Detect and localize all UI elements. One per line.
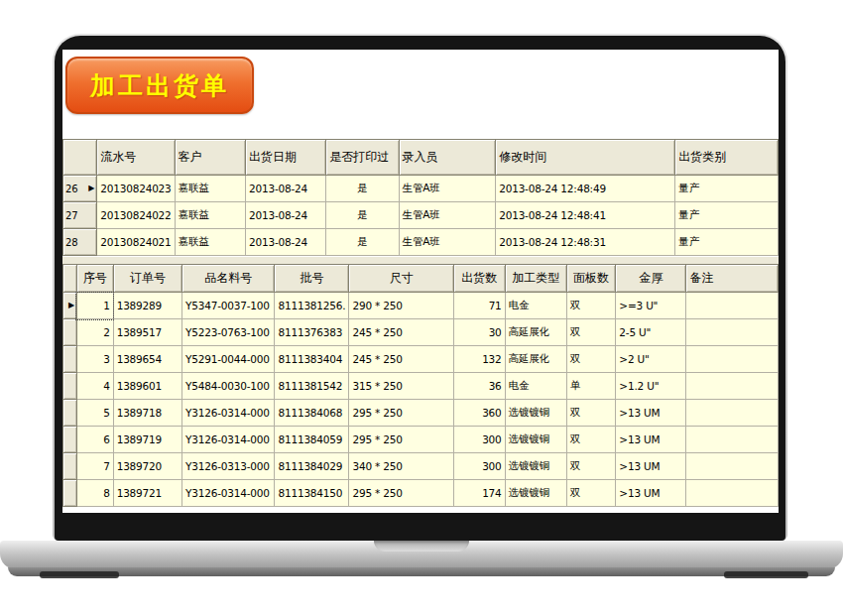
column-header-panel-count[interactable]: 面板数 [566, 265, 616, 293]
cell-printed[interactable]: 是 [326, 202, 399, 229]
process-shipment-button[interactable]: 加工出货单 [65, 57, 254, 114]
orders-row-selector[interactable]: 27 [63, 202, 97, 229]
cell-panel-count[interactable]: 单 [566, 373, 616, 400]
cell-process-type[interactable]: 选镀镀铜 [505, 427, 566, 453]
cell-ship-date[interactable]: 2013-08-24 [246, 229, 326, 256]
cell-serial-no[interactable]: 20130824023 [97, 176, 175, 202]
cell-modified-time[interactable]: 2013-08-24 12:48:49 [496, 176, 675, 202]
cell-gold-thickness[interactable]: >13 UM [616, 427, 686, 453]
column-header-modified-time[interactable]: 修改时间 [496, 140, 675, 176]
cell-entry-clerk[interactable]: 生管A班 [399, 229, 496, 256]
cell-panel-count[interactable]: 双 [566, 293, 616, 319]
column-header-process-type[interactable]: 加工类型 [505, 265, 566, 293]
detail-row-selector[interactable] [63, 453, 77, 480]
column-header-size[interactable]: 尺寸 [349, 265, 454, 293]
cell-process-type[interactable]: 电金 [505, 293, 566, 319]
cell-size[interactable]: 245 * 250 [349, 319, 454, 346]
cell-ship-qty[interactable]: 36 [453, 373, 505, 400]
cell-remark[interactable] [686, 453, 779, 480]
cell-printed[interactable]: 是 [326, 176, 399, 202]
cell-size[interactable]: 295 * 250 [349, 480, 454, 507]
detail-row-selector[interactable] [63, 427, 77, 453]
column-header-ship-qty[interactable]: 出货数 [453, 265, 505, 293]
cell-gold-thickness[interactable]: >13 UM [616, 480, 686, 507]
cell-customer[interactable]: 嘉联益 [175, 176, 245, 202]
cell-gold-thickness[interactable]: >13 UM [616, 400, 686, 427]
column-header-batch-no[interactable]: 批号 [275, 265, 349, 293]
cell-seq-no[interactable]: 8 [76, 480, 113, 507]
cell-entry-clerk[interactable]: 生管A班 [399, 202, 496, 229]
cell-panel-count[interactable]: 双 [566, 346, 616, 373]
cell-process-type[interactable]: 选镀镀铜 [505, 400, 566, 427]
column-header-gold-thickness[interactable]: 金厚 [616, 265, 686, 293]
cell-part-no[interactable]: Y3126-0314-000 [182, 400, 275, 427]
cell-seq-no[interactable]: 3 [76, 346, 113, 373]
cell-gold-thickness[interactable]: 2-5 U" [616, 319, 686, 346]
column-header-order-no[interactable]: 订单号 [113, 265, 181, 293]
cell-remark[interactable] [686, 319, 779, 346]
cell-order-no[interactable]: 1389517 [113, 319, 181, 346]
detail-row-selector[interactable] [63, 346, 77, 373]
cell-part-no[interactable]: Y5484-0030-100 [182, 373, 275, 400]
cell-order-no[interactable]: 1389719 [113, 427, 181, 453]
cell-batch-no[interactable]: 8111384029 [275, 453, 349, 480]
column-header-customer[interactable]: 客户 [175, 140, 245, 176]
cell-size[interactable]: 290 * 250 [349, 293, 454, 319]
cell-seq-no[interactable]: 2 [76, 319, 113, 346]
cell-serial-no[interactable]: 20130824021 [97, 229, 175, 256]
cell-size[interactable]: 245 * 250 [349, 346, 454, 373]
column-header-serial-no[interactable]: 流水号 [97, 140, 175, 176]
cell-size[interactable]: 295 * 250 [349, 427, 454, 453]
cell-seq-no[interactable]: 7 [76, 453, 113, 480]
cell-gold-thickness[interactable]: >1.2 U" [616, 373, 686, 400]
cell-order-no[interactable]: 1389601 [113, 373, 181, 400]
cell-process-type[interactable]: 电金 [505, 373, 566, 400]
column-header-entry-clerk[interactable]: 录入员 [399, 140, 496, 176]
cell-serial-no[interactable]: 20130824022 [97, 202, 175, 229]
cell-ship-qty[interactable]: 30 [453, 319, 505, 346]
cell-process-type[interactable]: 选镀镀铜 [505, 453, 566, 480]
cell-ship-category[interactable]: 量产 [675, 202, 779, 229]
cell-order-no[interactable]: 1389654 [113, 346, 181, 373]
cell-batch-no[interactable]: 8111383404 [275, 346, 349, 373]
cell-seq-no[interactable]: 5 [76, 400, 113, 427]
cell-gold-thickness[interactable]: >2 U" [616, 346, 686, 373]
cell-ship-qty[interactable]: 300 [453, 427, 505, 453]
cell-gold-thickness[interactable]: >13 UM [616, 453, 686, 480]
cell-process-type[interactable]: 选镀镀铜 [505, 480, 566, 507]
column-header-remark[interactable]: 备注 [686, 265, 779, 293]
detail-row-selector[interactable] [63, 319, 77, 346]
detail-row-selector[interactable] [63, 373, 77, 400]
cell-batch-no[interactable]: 8111376383 [275, 319, 349, 346]
cell-panel-count[interactable]: 双 [566, 319, 616, 346]
cell-customer[interactable]: 嘉联益 [175, 229, 245, 256]
cell-ship-category[interactable]: 量产 [675, 176, 779, 202]
cell-size[interactable]: 315 * 250 [349, 373, 454, 400]
cell-panel-count[interactable]: 双 [566, 453, 616, 480]
detail-row-selector-header[interactable] [63, 265, 77, 293]
cell-ship-qty[interactable]: 174 [453, 480, 505, 507]
cell-order-no[interactable]: 1389718 [113, 400, 181, 427]
orders-row-selector[interactable]: 28 [63, 229, 97, 256]
cell-order-no[interactable]: 1389289 [113, 293, 181, 319]
cell-process-type[interactable]: 高延展化 [505, 346, 566, 373]
cell-batch-no[interactable]: 8111384059 [275, 427, 349, 453]
orders-row-selector-header[interactable] [63, 140, 97, 176]
cell-part-no[interactable]: Y3126-0314-000 [182, 427, 275, 453]
cell-remark[interactable] [686, 480, 779, 507]
cell-modified-time[interactable]: 2013-08-24 12:48:41 [496, 202, 675, 229]
orders-row-selector[interactable]: 26▶ [63, 176, 97, 202]
cell-size[interactable]: 295 * 250 [349, 400, 454, 427]
cell-remark[interactable] [686, 293, 779, 319]
cell-part-no[interactable]: Y5223-0763-100 [182, 319, 275, 346]
cell-part-no[interactable]: Y5347-0037-100 [182, 293, 275, 319]
cell-modified-time[interactable]: 2013-08-24 12:48:31 [496, 229, 675, 256]
cell-remark[interactable] [686, 346, 779, 373]
cell-seq-no[interactable]: 6 [76, 427, 113, 453]
cell-part-no[interactable]: Y5291-0044-000 [182, 346, 275, 373]
cell-ship-category[interactable]: 量产 [675, 229, 779, 256]
cell-batch-no[interactable]: 8111381542 [275, 373, 349, 400]
cell-batch-no[interactable]: 8111381256. [275, 293, 349, 319]
detail-row-selector[interactable] [63, 480, 77, 507]
cell-seq-no[interactable]: 1 [76, 293, 113, 319]
